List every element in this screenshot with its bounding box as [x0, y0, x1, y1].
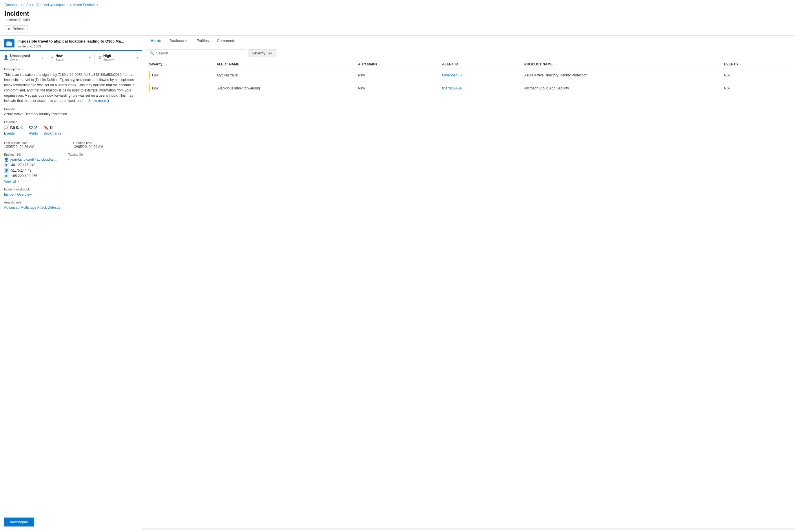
- incident-sub-id: Incident Id: 1383: [17, 44, 124, 48]
- status-dropdown[interactable]: ✦ New Status ∨: [47, 51, 94, 64]
- svg-rect-1: [7, 41, 10, 42]
- owner-icon: 👤: [3, 55, 8, 60]
- list-item: IP 40.127.175.248: [4, 163, 57, 167]
- events-cell: N/A: [722, 82, 790, 95]
- analytic-link[interactable]: Advanced Multistage Attack Detection: [4, 206, 62, 210]
- tabs-row: Alerts Bookmarks Entities Comments: [142, 36, 795, 46]
- view-all-link[interactable]: View all >: [4, 179, 19, 184]
- tab-bookmarks[interactable]: Bookmarks: [165, 36, 192, 46]
- status-bar: 👤 Unassigned Owner ∨ ✦ New Status ∨ ⊘ Hi…: [0, 51, 142, 64]
- col-events[interactable]: EVENTS ↑↓: [722, 60, 790, 69]
- alerts-data-table: Severity ↑↓ ALERT NAME ↑↓ Alert status ↑…: [147, 60, 790, 95]
- events-evidence: 📈 N/A ⓘ Events: [4, 125, 23, 135]
- incident-title: Impossible travel to atypical locations …: [17, 39, 124, 44]
- alert-id-link[interactable]: 6d0e5bec-67...: [442, 73, 465, 77]
- provider-value: Azure Active Directory Identity Protecti…: [4, 112, 138, 116]
- bookmarks-link[interactable]: Bookmarks: [44, 131, 61, 135]
- last-update-label: Last update time: [4, 141, 69, 145]
- col-alert-status[interactable]: Alert status ↑↓: [356, 60, 440, 69]
- tab-entities[interactable]: Entities: [192, 36, 213, 46]
- bookmarks-evidence: 🔖 0 Bookmarks: [44, 125, 61, 135]
- workbook-label: Incident workbook: [4, 188, 138, 191]
- alert-status-cell: New: [356, 82, 440, 95]
- refresh-icon: ↺: [8, 27, 11, 31]
- severity-filter-button[interactable]: Severity : All: [248, 49, 276, 57]
- severity-chevron-icon: ∨: [136, 56, 138, 59]
- product-name-sort-icon: ↑↓: [555, 63, 557, 66]
- svg-rect-0: [6, 42, 12, 46]
- severity-value-cell: Low: [152, 73, 159, 77]
- events-cell: N/A: [722, 69, 790, 82]
- col-product-name[interactable]: PRODUCT NAME ↑↓: [522, 60, 722, 69]
- creation-label: Creation time: [73, 141, 138, 145]
- description-text: This is an indication of a sign in by 71…: [4, 72, 138, 103]
- alert-name-cell: Atypical travel: [214, 69, 356, 82]
- page-title: Incident: [0, 9, 795, 18]
- incident-id-label: Incident ID 1383: [0, 18, 795, 24]
- left-panel: Impossible travel to atypical locations …: [0, 36, 142, 530]
- events-link[interactable]: Events: [4, 131, 15, 135]
- alerts-link[interactable]: Alerts: [29, 131, 38, 135]
- breadcrumb-workspaces[interactable]: Azure Sentinel workspaces: [26, 3, 68, 7]
- table-row: Low Atypical travel New 6d0e5bec-67... A…: [147, 69, 790, 82]
- col-alert-name[interactable]: ALERT NAME ↑↓: [214, 60, 356, 69]
- severity-dropdown[interactable]: ⊘ High Severity ∨: [95, 51, 142, 64]
- product-name-cell: Azure Active Directory Identity Protecti…: [522, 69, 722, 82]
- show-more-link[interactable]: Show more ❯: [88, 99, 110, 103]
- owner-label: Owner: [10, 58, 30, 61]
- alert-id-cell: 85f7d268-5a...: [440, 82, 522, 95]
- investigate-button[interactable]: Investigate: [4, 517, 34, 527]
- incident-icon: [4, 39, 15, 48]
- user-icon: 👤: [4, 157, 9, 162]
- severity-icon: ⊘: [98, 55, 102, 60]
- list-item: IP 185.220.100.255: [4, 174, 57, 178]
- breadcrumb-sentinel[interactable]: Azure Sentinel: [73, 3, 95, 7]
- severity-sort-icon: ↑↓: [164, 63, 167, 66]
- alert-status-sort-icon: ↑↓: [379, 63, 382, 66]
- tactics-label: Tactics (0): [68, 153, 83, 156]
- alert-name-cell: Suspicious inbox forwarding: [214, 82, 356, 95]
- owner-chevron-icon: ∨: [41, 56, 43, 59]
- entity-ip-3: 185.220.100.255: [11, 174, 37, 178]
- events-info-icon[interactable]: ⓘ: [20, 126, 23, 130]
- entities-list: 👤 jean-luc.picard@ad.cloud-ar... IP 40.1…: [4, 157, 57, 178]
- tab-alerts[interactable]: Alerts: [147, 36, 165, 46]
- panel-content: Description This is an indication of a s…: [0, 64, 142, 514]
- severity-value: High: [104, 54, 111, 58]
- tactics-value: -: [68, 157, 83, 162]
- last-update-value: 12/05/20, 04:29 AM: [4, 145, 69, 149]
- bottom-scrollbar[interactable]: [142, 528, 795, 530]
- workbook-link[interactable]: Incident Overview: [4, 192, 32, 196]
- meta-grid: Last update time 12/05/20, 04:29 AM Crea…: [4, 141, 138, 149]
- ip-icon-2: IP: [4, 168, 9, 173]
- entities-section: Entities (10) 👤 jean-luc.picard@ad.cloud…: [4, 153, 138, 184]
- col-alert-id[interactable]: ALERT ID ↑↓: [440, 60, 522, 69]
- evidence-row: 📈 N/A ⓘ Events 🛡 2 Alerts 🔖: [4, 125, 138, 135]
- incident-header: Impossible travel to atypical locations …: [0, 36, 142, 51]
- status-icon: ✦: [51, 55, 54, 59]
- events-sort-icon: ↑↓: [740, 63, 743, 66]
- refresh-button[interactable]: ↺ Refresh: [5, 25, 28, 33]
- severity-label: Severity: [104, 58, 114, 61]
- owner-dropdown[interactable]: 👤 Unassigned Owner ∨: [0, 51, 47, 64]
- severity-cell: Low: [147, 82, 214, 95]
- events-icon: 📈: [4, 125, 9, 130]
- list-item: IP 51.75.144.43: [4, 168, 57, 173]
- breadcrumb: Dashboard › Azure Sentinel workspaces › …: [0, 0, 795, 9]
- severity-bar: [149, 71, 150, 79]
- owner-value: Unassigned: [10, 54, 30, 58]
- workbook-section: Incident workbook Incident Overview: [4, 188, 138, 196]
- alert-id-link[interactable]: 85f7d268-5a...: [442, 86, 465, 90]
- col-severity[interactable]: Severity ↑↓: [147, 60, 214, 69]
- panel-footer: Investigate: [0, 514, 142, 530]
- list-item: 👤 jean-luc.picard@ad.cloud-ar...: [4, 157, 57, 162]
- search-input[interactable]: [156, 51, 242, 55]
- status-value: New: [55, 54, 62, 58]
- breadcrumb-dashboard[interactable]: Dashboard: [5, 3, 22, 7]
- table-row: Low Suspicious inbox forwarding New 85f7…: [147, 82, 790, 95]
- severity-filter-label: Severity : All: [252, 51, 273, 55]
- entity-user-link[interactable]: jean-luc.picard@ad.cloud-ar...: [11, 157, 57, 162]
- tab-comments[interactable]: Comments: [213, 36, 239, 46]
- right-panel: Alerts Bookmarks Entities Comments 🔍 Sev…: [142, 36, 795, 530]
- evidence-label: Evidence: [4, 120, 138, 124]
